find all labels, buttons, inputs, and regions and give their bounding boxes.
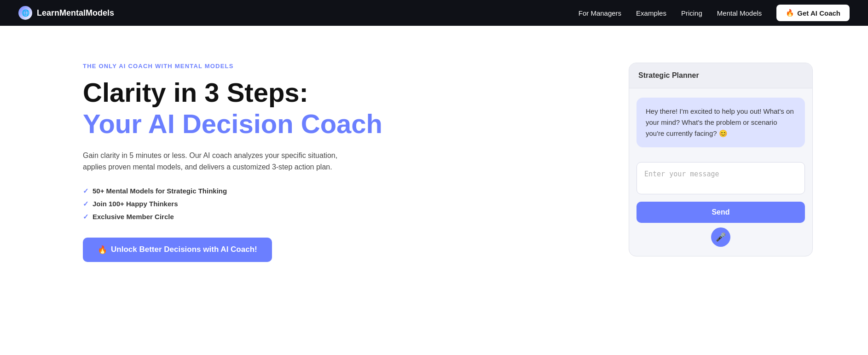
nav-link-managers[interactable]: For Managers — [579, 9, 621, 17]
checklist-text-3: Exclusive Member Circle — [93, 213, 174, 221]
hero-cta-label: Unlock Better Decisions with AI Coach! — [111, 245, 257, 254]
hero-cta-button[interactable]: 🔥 Unlock Better Decisions with AI Coach! — [83, 238, 272, 262]
check-icon-1: ✓ — [83, 187, 89, 195]
cta-icon: 🔥 — [786, 9, 794, 17]
headline-black: Clarity in 3 Steps: — [83, 78, 405, 107]
navbar: 🌐 LearnMentalModels For Managers Example… — [0, 0, 868, 26]
nav-link-pricing[interactable]: Pricing — [681, 9, 702, 17]
headline-blue: Your AI Decision Coach — [83, 109, 405, 139]
checklist-text-1: 50+ Mental Models for Strategic Thinking — [93, 187, 227, 195]
eyebrow-text: THE ONLY AI COACH WITH MENTAL MODELS — [83, 63, 405, 70]
checklist-item-3: ✓ Exclusive Member Circle — [83, 213, 405, 221]
mic-button-wrapper: 🎤 — [637, 227, 805, 247]
chat-widget-container: Strategic Planner Hey there! I'm excited… — [629, 63, 813, 256]
chat-header-title: Strategic Planner — [638, 71, 699, 79]
brand-name: LearnMentalModels — [37, 8, 114, 18]
brand-logo-icon: 🌐 — [18, 6, 32, 20]
checklist-item-2: ✓ Join 100+ Happy Thinkers — [83, 200, 405, 208]
check-icon-2: ✓ — [83, 200, 89, 208]
brand-link[interactable]: 🌐 LearnMentalModels — [18, 6, 114, 20]
mic-icon: 🎤 — [716, 232, 726, 242]
check-icon-3: ✓ — [83, 213, 89, 221]
checklist-text-2: Join 100+ Happy Thinkers — [93, 200, 178, 208]
send-label: Send — [712, 208, 729, 216]
chat-message-input[interactable] — [637, 162, 805, 194]
cta-label: Get AI Coach — [797, 9, 840, 17]
mic-button[interactable]: 🎤 — [711, 227, 730, 247]
nav-link-examples[interactable]: Examples — [636, 9, 666, 17]
send-button[interactable]: Send — [637, 202, 805, 223]
nav-link-mental-models[interactable]: Mental Models — [717, 9, 762, 17]
message-bubble: Hey there! I'm excited to help you out! … — [637, 98, 805, 147]
chat-messages: Hey there! I'm excited to help you out! … — [629, 88, 812, 162]
message-text: Hey there! I'm excited to help you out! … — [646, 107, 794, 137]
checklist: ✓ 50+ Mental Models for Strategic Thinki… — [83, 187, 405, 221]
hero-cta-icon: 🔥 — [98, 245, 107, 255]
checklist-item-1: ✓ 50+ Mental Models for Strategic Thinki… — [83, 187, 405, 195]
hero-description: Gain clarity in 5 minutes or less. Our A… — [83, 150, 350, 173]
get-ai-coach-button[interactable]: 🔥 Get AI Coach — [776, 5, 850, 21]
chat-header: Strategic Planner — [629, 63, 812, 88]
main-content: THE ONLY AI COACH WITH MENTAL MODELS Cla… — [0, 26, 868, 290]
chat-input-area: Send 🎤 — [629, 162, 812, 247]
nav-links: For Managers Examples Pricing Mental Mod… — [579, 5, 850, 21]
hero-section: THE ONLY AI COACH WITH MENTAL MODELS Cla… — [83, 63, 405, 262]
chat-widget: Strategic Planner Hey there! I'm excited… — [629, 63, 813, 256]
